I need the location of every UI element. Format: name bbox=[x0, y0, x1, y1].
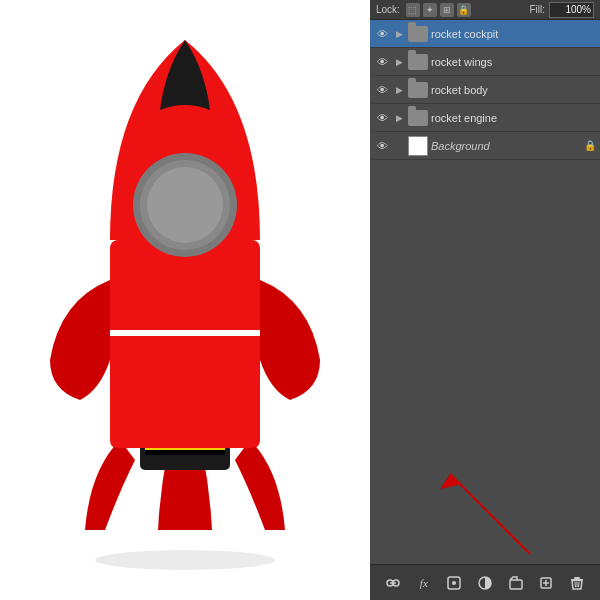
layer-thumbnail-bg bbox=[408, 136, 428, 156]
folder-icon bbox=[408, 54, 428, 70]
fx-icon[interactable]: fx bbox=[413, 572, 435, 594]
layer-row-background[interactable]: 👁 Background 🔒 bbox=[370, 132, 600, 160]
layer-row[interactable]: 👁 ▶ rocket wings bbox=[370, 48, 600, 76]
layer-thumbnail bbox=[408, 24, 428, 44]
fill-input[interactable] bbox=[549, 2, 594, 18]
lock-position-icon[interactable]: ✦ bbox=[423, 3, 437, 17]
visibility-icon[interactable]: 👁 bbox=[374, 110, 390, 126]
svg-rect-24 bbox=[574, 577, 580, 579]
layer-thumbnail bbox=[408, 108, 428, 128]
expand-arrow-icon[interactable]: ▶ bbox=[393, 28, 405, 40]
lock-all-icon[interactable]: 🔒 bbox=[457, 3, 471, 17]
visibility-icon[interactable]: 👁 bbox=[374, 138, 390, 154]
layer-thumbnail bbox=[408, 52, 428, 72]
visibility-icon[interactable]: 👁 bbox=[374, 54, 390, 70]
rocket-illustration bbox=[30, 20, 340, 580]
layer-row[interactable]: 👁 ▶ rocket engine bbox=[370, 104, 600, 132]
layer-row[interactable]: 👁 ▶ rocket body bbox=[370, 76, 600, 104]
layer-thumbnail bbox=[408, 80, 428, 100]
svg-line-27 bbox=[578, 582, 579, 587]
layer-name: rocket engine bbox=[431, 112, 596, 124]
layer-name: rocket body bbox=[431, 84, 596, 96]
delete-layer-icon[interactable] bbox=[566, 572, 588, 594]
lock-icons-group: ⬚ ✦ ⊞ 🔒 bbox=[406, 3, 471, 17]
fill-label: Fill: bbox=[529, 4, 545, 15]
svg-line-11 bbox=[450, 474, 530, 554]
new-layer-icon[interactable] bbox=[535, 572, 557, 594]
panel-toolbar: fx bbox=[370, 564, 600, 600]
layers-panel: Lock: ⬚ ✦ ⊞ 🔒 Fill: 👁 ▶ rocket cockpit bbox=[370, 0, 600, 600]
layer-name-background: Background bbox=[431, 140, 581, 152]
arrow-annotation-svg bbox=[370, 444, 600, 564]
rocket-canvas bbox=[0, 0, 370, 600]
svg-marker-12 bbox=[440, 474, 462, 489]
svg-rect-4 bbox=[145, 450, 225, 455]
expand-arrow-icon[interactable]: ▶ bbox=[393, 56, 405, 68]
panel-top-row: Lock: ⬚ ✦ ⊞ 🔒 Fill: bbox=[370, 0, 600, 20]
svg-point-9 bbox=[147, 167, 223, 243]
main-area: Lock: ⬚ ✦ ⊞ 🔒 Fill: 👁 ▶ rocket cockpit bbox=[0, 0, 600, 600]
svg-point-0 bbox=[95, 550, 275, 570]
new-group-icon[interactable] bbox=[505, 572, 527, 594]
layer-name: rocket wings bbox=[431, 56, 596, 68]
visibility-icon[interactable]: 👁 bbox=[374, 82, 390, 98]
expand-arrow-icon[interactable]: ▶ bbox=[393, 112, 405, 124]
layer-name: rocket cockpit bbox=[431, 28, 596, 40]
expand-arrow-icon[interactable]: ▶ bbox=[393, 84, 405, 96]
new-fill-icon[interactable] bbox=[443, 572, 465, 594]
folder-icon bbox=[408, 110, 428, 126]
link-layers-icon[interactable] bbox=[382, 572, 404, 594]
folder-icon bbox=[408, 82, 428, 98]
lock-badge-icon: 🔒 bbox=[584, 140, 596, 152]
folder-icon bbox=[408, 26, 428, 42]
mask-icon[interactable] bbox=[474, 572, 496, 594]
layers-list: 👁 ▶ rocket cockpit 👁 ▶ rocket wings 👁 ▶ bbox=[370, 20, 600, 444]
lock-artboard-icon[interactable]: ⊞ bbox=[440, 3, 454, 17]
arrow-area bbox=[370, 444, 600, 564]
visibility-icon[interactable]: 👁 bbox=[374, 26, 390, 42]
svg-line-25 bbox=[575, 582, 576, 587]
svg-rect-6 bbox=[108, 330, 262, 336]
lock-transparent-icon[interactable]: ⬚ bbox=[406, 3, 420, 17]
layer-row[interactable]: 👁 ▶ rocket cockpit bbox=[370, 20, 600, 48]
svg-point-17 bbox=[452, 581, 456, 585]
lock-label: Lock: bbox=[376, 4, 400, 15]
svg-rect-19 bbox=[510, 580, 522, 589]
